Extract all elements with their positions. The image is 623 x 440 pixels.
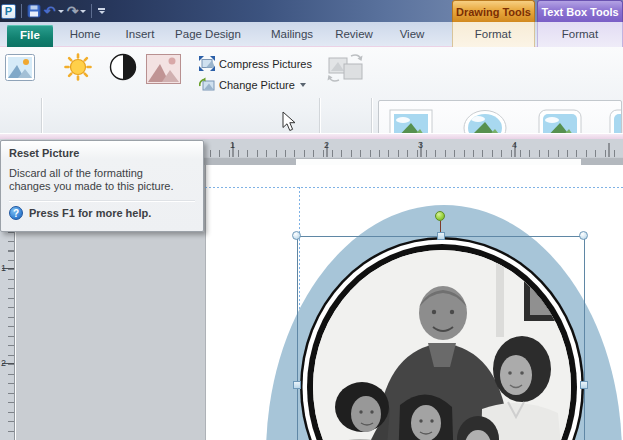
resize-handle-middle-right[interactable] bbox=[580, 381, 588, 389]
redo-dropdown-icon bbox=[80, 10, 86, 13]
tab-format-text-box-tools[interactable]: Format bbox=[547, 24, 613, 47]
tooltip-title: Reset Picture bbox=[9, 147, 195, 159]
change-picture-button[interactable]: Change Picture bbox=[199, 75, 306, 95]
family-photo-grayscale bbox=[300, 237, 584, 440]
change-picture-icon bbox=[199, 77, 215, 94]
tooltip-description: Discard all of the formatting changes yo… bbox=[9, 167, 181, 193]
redo-icon: ↷ bbox=[67, 4, 79, 18]
publisher-window: P ↶ ↷ Drawing Tool bbox=[0, 0, 623, 440]
tab-insert[interactable]: Insert bbox=[119, 24, 161, 47]
customize-quick-access-button[interactable] bbox=[97, 8, 105, 14]
rotation-handle[interactable] bbox=[435, 211, 445, 221]
tooltip-help-text: Press F1 for more help. bbox=[29, 207, 151, 219]
quick-access-toolbar: P ↶ ↷ bbox=[1, 1, 105, 21]
undo-button[interactable]: ↶ bbox=[44, 4, 64, 18]
ribbon-tab-row: File Home Insert Page Design Mailings Re… bbox=[0, 22, 623, 47]
brightness-sun-icon bbox=[63, 53, 93, 81]
save-icon bbox=[27, 4, 41, 18]
contrast-icon bbox=[108, 53, 138, 81]
brightness-button[interactable] bbox=[63, 53, 93, 85]
swap-button bbox=[327, 52, 364, 88]
swap-icon bbox=[327, 52, 364, 84]
undo-dropdown-icon[interactable] bbox=[58, 10, 64, 13]
ruler-number: 2 bbox=[1, 358, 6, 368]
customize-quick-access-icon bbox=[98, 8, 105, 10]
ruler-number: 4 bbox=[512, 140, 517, 150]
compress-pictures-button[interactable]: Compress Pictures bbox=[199, 54, 312, 74]
recolor-button[interactable] bbox=[146, 54, 181, 88]
publisher-logo-icon[interactable]: P bbox=[1, 4, 16, 19]
resize-handle-top-center[interactable] bbox=[437, 232, 445, 240]
tab-view[interactable]: View bbox=[392, 24, 432, 47]
change-picture-label: Change Picture bbox=[219, 79, 295, 91]
ruler-number: 1 bbox=[230, 140, 235, 150]
qat-separator bbox=[91, 4, 92, 18]
contextual-header-text-box-tools: Text Box Tools bbox=[537, 0, 623, 22]
reset-picture-tooltip: Reset Picture Discard all of the formatt… bbox=[0, 140, 204, 232]
tab-mailings[interactable]: Mailings bbox=[266, 24, 318, 47]
undo-icon: ↶ bbox=[44, 4, 56, 18]
tab-page-design[interactable]: Page Design bbox=[174, 24, 242, 47]
tab-file[interactable]: File bbox=[7, 25, 53, 47]
resize-handle-top-left[interactable] bbox=[292, 231, 301, 240]
title-bar: P ↶ ↷ Drawing Tool bbox=[0, 0, 623, 22]
cursor-pointer-icon bbox=[282, 111, 296, 132]
compress-pictures-icon bbox=[199, 56, 215, 73]
tab-home[interactable]: Home bbox=[64, 24, 106, 47]
margin-guide-horizontal bbox=[205, 187, 623, 188]
redo-button: ↷ bbox=[67, 4, 87, 18]
ruler-number: 3 bbox=[418, 140, 423, 150]
picture-icon bbox=[5, 54, 35, 82]
tab-format-drawing-tools[interactable]: Format bbox=[460, 24, 526, 47]
picture-button[interactable] bbox=[5, 54, 35, 86]
selection-border-right bbox=[584, 236, 585, 440]
save-button[interactable] bbox=[27, 4, 41, 18]
selected-picture-oval-frame[interactable] bbox=[300, 237, 584, 440]
change-picture-dropdown-icon[interactable] bbox=[300, 83, 306, 87]
qat-separator bbox=[21, 4, 22, 18]
tab-review[interactable]: Review bbox=[331, 24, 377, 47]
ruler-number: 1 bbox=[1, 263, 6, 273]
help-icon: ? bbox=[9, 206, 23, 220]
customize-caret-icon bbox=[99, 11, 105, 14]
tooltip-divider bbox=[9, 200, 195, 201]
contrast-button[interactable] bbox=[108, 53, 138, 85]
contextual-header-drawing-tools: Drawing Tools bbox=[452, 0, 535, 22]
recolor-icon bbox=[146, 54, 181, 84]
compress-pictures-label: Compress Pictures bbox=[219, 58, 312, 70]
selection-border-left bbox=[297, 236, 298, 440]
ribbon: Picture Insert Brightness bbox=[0, 47, 623, 133]
resize-handle-top-right[interactable] bbox=[579, 231, 588, 240]
resize-handle-middle-left[interactable] bbox=[293, 381, 301, 389]
ruler-number: 2 bbox=[324, 140, 329, 150]
